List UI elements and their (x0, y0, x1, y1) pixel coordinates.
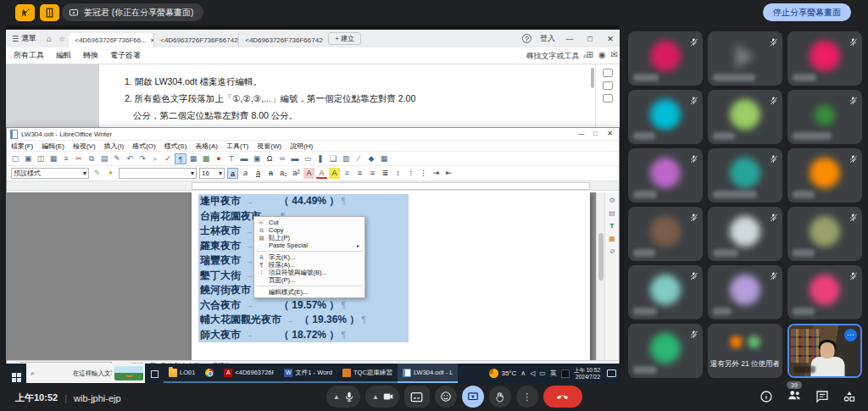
ime-language[interactable]: 英 (550, 369, 557, 378)
more-participants-tile[interactable]: 還有另外 21 位使用者 (708, 324, 782, 378)
insert-field-icon[interactable]: ▣ (251, 153, 263, 164)
decrease-indent-icon[interactable]: ⇤ (443, 168, 454, 179)
font-size-combo[interactable]: 16▾ (199, 168, 225, 179)
document-line[interactable]: 輔大花園觀光夜市→（ 19.36% ）¶ (198, 313, 409, 328)
participant-tile[interactable] (787, 207, 862, 261)
annotation-exit-button[interactable] (40, 4, 59, 21)
pdf-scrollbar[interactable] (591, 68, 594, 88)
italic-icon[interactable]: a (240, 168, 251, 179)
start-button[interactable] (6, 365, 26, 382)
participant-tile[interactable] (787, 31, 862, 86)
reactions-button[interactable] (435, 386, 457, 408)
acrobat-tab[interactable]: <4D6963726F736F667420576... (238, 33, 323, 47)
taskbar-weather[interactable]: 35°C (489, 369, 516, 378)
present-button-active[interactable] (462, 386, 484, 408)
acrobat-create-button[interactable]: + 建立 (328, 32, 361, 45)
writer-menu-item[interactable]: 說明(H) (286, 142, 317, 151)
signin-button[interactable]: 登入 (540, 33, 555, 44)
taskbar-search-box[interactable]: ⌕ 在這裡輸入文字來搜 (26, 364, 145, 383)
taskbar-app-writer[interactable]: LW304.odt - Li... (398, 364, 458, 383)
bookmark-icon[interactable]: ❚ (314, 153, 326, 164)
font-name-combo[interactable]: ▾ (119, 168, 197, 179)
sidebar-styles-icon[interactable]: T (608, 221, 617, 230)
comment-icon[interactable] (603, 69, 613, 77)
insert-chart-icon[interactable]: ● (213, 153, 225, 164)
export-pdf-icon[interactable]: ▦ (47, 153, 59, 164)
paragraph-style-combo[interactable]: 預設樣式▾ (11, 168, 89, 179)
chevron-up-icon[interactable]: ▲ (372, 393, 379, 401)
participant-tile[interactable] (628, 265, 703, 319)
writer-menu-item[interactable]: 檢視(V) (69, 142, 100, 151)
grid-tools-icon[interactable]: ⊞ (586, 50, 593, 59)
spellcheck-icon[interactable]: ✓ (162, 153, 174, 164)
highlight-color-icon[interactable]: A (329, 168, 340, 179)
acrobat-tool-item[interactable]: 轉換 (83, 50, 98, 61)
attachment-icon[interactable] (603, 94, 613, 103)
open-icon[interactable]: ▣ (22, 153, 34, 164)
writer-menu-item[interactable]: 工具(T) (222, 142, 253, 151)
tray-expand-icon[interactable]: ∧ (520, 369, 526, 377)
acrobat-menu-button[interactable]: ☰ 選單 (6, 33, 43, 44)
numbering-icon[interactable]: ⋮ (418, 168, 429, 179)
home-icon[interactable]: ⌂ (47, 34, 52, 43)
acrobat-tab[interactable]: <4D6963726F736F66...✕ (69, 33, 153, 47)
participant-tile[interactable] (708, 265, 782, 319)
char-highlight-icon[interactable]: A (303, 168, 314, 179)
help-icon[interactable]: ? (522, 34, 531, 43)
tile-options-button[interactable]: ⋯ (844, 329, 857, 342)
underline-icon[interactable]: a (253, 168, 264, 179)
writer-document-area[interactable]: 逢甲夜市→（ 44.49% ）¶台南花園夜市→¶士林夜市→¶羅東夜市→¶瑞豐夜市… (7, 192, 605, 360)
writer-menu-item[interactable]: 檔案(F) (7, 142, 37, 151)
raise-hand-button[interactable] (489, 386, 511, 408)
taskbar-app-folder[interactable]: LO01 (164, 364, 200, 383)
meeting-details-icon[interactable] (760, 390, 773, 403)
subscript-icon[interactable]: a₂ (278, 168, 289, 179)
participant-tile[interactable] (628, 90, 703, 144)
participant-tile[interactable] (787, 265, 862, 319)
participant-tile[interactable] (628, 324, 703, 378)
page-break-icon[interactable]: ▬ (238, 153, 250, 164)
participant-tile[interactable] (628, 207, 703, 261)
special-char-icon[interactable]: Ω (264, 153, 275, 164)
task-view-button[interactable] (145, 366, 164, 381)
writer-close-button[interactable]: ✕ (603, 128, 617, 140)
sidebar-properties-icon[interactable]: ▤ (608, 208, 617, 218)
strikethrough-icon[interactable]: a (265, 168, 276, 179)
participant-tile[interactable] (708, 207, 782, 261)
redo-icon[interactable]: ↷ (136, 153, 148, 164)
acrobat-maximize-button[interactable]: □ (584, 35, 596, 43)
context-menu-item[interactable]: ▤貼上(P) (254, 234, 364, 242)
participant-tile[interactable] (708, 31, 782, 86)
context-menu-item[interactable]: ✂Cut (254, 219, 364, 226)
stop-sharing-button[interactable]: 停止分享螢幕畫面 (763, 3, 851, 21)
increase-indent-icon[interactable]: ⇥ (431, 168, 442, 179)
formatting-marks-icon[interactable]: ¶ (175, 153, 186, 164)
context-menu-item[interactable]: Paste Special▸ (254, 242, 364, 249)
line-spacing-icon[interactable]: ↕ (392, 168, 403, 179)
context-menu-item[interactable]: 編輯樣式(E)... (254, 288, 364, 296)
speaker-icon[interactable]: ◁ (530, 369, 535, 377)
context-menu-item[interactable]: 頁面(P)... (254, 276, 364, 284)
update-style-icon[interactable]: ✎ (92, 168, 103, 179)
superscript-icon[interactable]: a² (291, 168, 302, 179)
insert-textbox-icon[interactable]: T (225, 153, 237, 164)
annotation-pointer-off-button[interactable] (15, 4, 35, 21)
end-call-button[interactable] (543, 386, 582, 408)
action-center-icon[interactable] (607, 369, 616, 377)
document-line[interactable]: 師大夜市→（ 18.72% ）¶ (198, 328, 409, 343)
align-left-icon[interactable]: ≡ (342, 168, 353, 179)
font-color-icon[interactable]: A (316, 168, 327, 179)
cut-icon[interactable]: ✂ (73, 153, 85, 164)
captions-button[interactable] (404, 386, 430, 408)
sidebar-navigator-icon[interactable]: ⊘ (608, 247, 617, 256)
bold-icon[interactable]: a (227, 168, 238, 179)
writer-menu-item[interactable]: 視窗(W) (253, 142, 286, 151)
writer-scrollbar[interactable] (596, 192, 604, 360)
participant-tile[interactable] (628, 148, 703, 203)
ime-mode-icon[interactable] (561, 369, 570, 378)
acrobat-minimize-button[interactable]: — (564, 35, 576, 43)
camera-control[interactable]: ▲ (365, 386, 399, 408)
document-line[interactable]: 逢甲夜市→（ 44.49% ）¶ (198, 194, 409, 209)
taskbar-app-tqc[interactable]: TQC題庫練習系... (337, 364, 398, 383)
paste-icon[interactable]: ▤ (98, 153, 110, 164)
